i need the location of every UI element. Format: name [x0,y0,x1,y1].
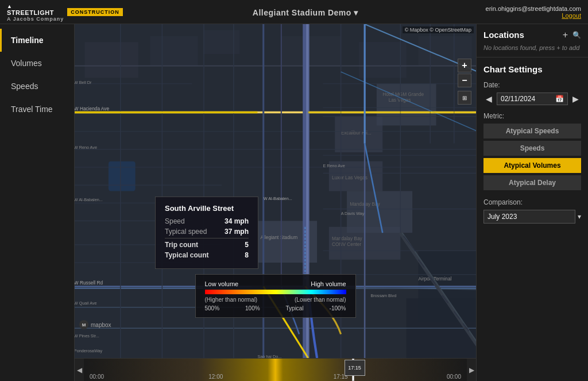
timeline-label-0: 00:00 [90,374,104,380]
tooltip-speed-label: Speed [165,217,185,225]
svg-text:Mandalay Bay: Mandalay Bay [332,236,362,241]
metric-buttons: Atypical Speeds Speeds Atypical Volumes … [483,124,581,190]
svg-text:CONV Center: CONV Center [332,241,361,247]
svg-text:W Russell Rd: W Russell Rd [75,280,103,286]
zoom-in-button[interactable]: + [458,59,471,72]
map-area[interactable]: Hotel MGM Grande Las Vegas Excalibur Hil… [75,24,476,358]
legend-volume-labels: Low volume High volume [205,280,346,287]
legend-low-volume: Low volume [205,280,239,287]
tooltip-row-typical-speed: Typical speed 37 mph [165,228,249,236]
timeline-right-arrow[interactable]: ▶ [467,359,476,381]
sidebar-item-travel-time[interactable]: Travel Time [0,98,74,121]
map-legend: Low volume High volume (Higher than norm… [195,274,356,318]
svg-rect-8 [377,84,436,126]
zoom-out-button[interactable]: − [458,74,471,87]
legend-gradient-bar [205,290,346,294]
logo-icon: ▲ STREETLIGHT A Jacobs Company [7,2,64,22]
construction-badge: CONSTRUCTION [67,8,123,16]
header-title: Allegiant Stadium Demo▾ [123,5,486,18]
user-email: erin.ohiggins@streetlightdata.com [486,5,581,12]
legend-higher-label: (Higher than normal) [205,297,258,303]
comparison-arrow-icon: ▾ [578,213,581,221]
legend-high-volume: High volume [311,280,346,287]
logo-area: ▲ STREETLIGHT A Jacobs Company CONSTRUCT… [7,2,123,22]
svg-text:W Quail Ave: W Quail Ave [75,301,97,306]
svg-rect-3 [150,36,198,66]
legend-pct-typical: Typical [286,305,304,311]
metric-atypical-speeds[interactable]: Atypical Speeds [483,124,581,138]
metric-atypical-delay[interactable]: Atypical Delay [483,175,581,190]
svg-text:Hotel MGM Grande: Hotel MGM Grande [382,91,424,97]
tooltip-typical-count-label: Typical count [165,251,208,259]
header-user: erin.ohiggins@streetlightdata.com Logout [486,5,581,19]
comparison-select[interactable]: July 2023 [483,210,575,224]
tooltip-typical-speed-label: Typical speed [165,228,207,236]
comparison-row: July 2023 ▾ [483,210,581,224]
svg-text:Sao hai Do...: Sao hai Do... [257,354,281,358]
app-title: Allegiant Stadium Demo [253,8,351,17]
svg-text:W Hacienda Ave: W Hacienda Ave [75,106,109,111]
timeline-left-arrow[interactable]: ◀ [75,359,84,381]
main-row: Timeline Volumes Speeds Travel Time [0,24,588,381]
map-container: Hotel MGM Grande Las Vegas Excalibur Hil… [75,24,476,381]
timeline-label-1: 12:00 [208,374,223,380]
zoom-controls: + − ⊞ [458,59,471,105]
chart-settings-title: Chart Settings [483,64,581,74]
locations-title: Locations [483,30,524,40]
svg-text:W Reno Ave: W Reno Ave [75,145,97,150]
sidebar-item-timeline[interactable]: Timeline [0,29,74,52]
right-panel: Locations + 🔍 No locations found, press … [476,24,588,381]
title-arrow[interactable]: ▾ [354,8,358,17]
timeline-track[interactable]: 00:00 12:00 17:15 00:00 17:15 [84,359,467,381]
tooltip-typical-count-value: 8 [245,251,249,259]
add-location-button[interactable]: + [563,30,568,40]
locations-header: Locations + 🔍 [483,30,581,40]
tooltip-trip-count-label: Trip count [165,241,198,249]
date-label: Date: [483,81,581,89]
mapbox-label: mapbox [91,322,111,328]
timeline-cursor-box: 17:15 [345,360,365,376]
calendar-icon: 📅 [555,95,564,103]
metric-speeds[interactable]: Speeds [483,141,581,156]
chart-settings: Chart Settings Date: ◀ 02/11/2024 📅 ▶ Me… [477,57,588,230]
metric-atypical-volumes[interactable]: Atypical Volumes [483,158,581,173]
mapbox-logo: M mapbox [79,320,111,329]
legend-pct-100: 100% [245,305,260,311]
date-input-container[interactable]: 02/11/2024 📅 [497,93,568,105]
sidebar: Timeline Volumes Speeds Travel Time [0,24,75,381]
locations-section: Locations + 🔍 No locations found, press … [477,24,588,57]
search-location-button[interactable]: 🔍 [572,30,581,40]
legend-pct-500: 500% [205,305,220,311]
date-prev-button[interactable]: ◀ [483,93,494,105]
timeline-labels: 00:00 12:00 17:15 00:00 [84,374,467,380]
tooltip-row-typical-count: Typical count 8 [165,251,249,259]
tooltip-title: South Arville Street [165,204,249,213]
svg-rect-6 [359,42,407,78]
map-tooltip: South Arville Street Speed 34 mph Typica… [155,197,258,269]
legend-pct-labels: 500% 100% Typical -100% [205,305,346,311]
svg-text:PonderosaWay: PonderosaWay [75,348,102,353]
svg-text:W Al-Babalen...: W Al-Babalen... [264,196,292,201]
svg-rect-2 [85,42,138,78]
svg-text:Las Vegas: Las Vegas [389,97,411,103]
svg-text:Excalibur Hil...: Excalibur Hil... [341,130,372,136]
logo-sub: A Jacobs Company [7,16,64,22]
tooltip-trip-count-value: 5 [245,241,249,249]
comparison-label: Comparison: [483,198,581,206]
legend-lower-label: (Lower than normal) [295,297,346,303]
timeline-bar: ◀ 00:00 12:00 17:15 00:00 17:15 ▶ [75,358,476,381]
logout-button[interactable]: Logout [486,12,581,19]
svg-rect-4 [204,30,239,54]
svg-rect-22 [109,161,136,191]
svg-text:Allegiant Stadium: Allegiant Stadium [261,234,298,240]
logo-text: STREETLIGHT [7,9,64,16]
zoom-layers-button[interactable]: ⊞ [458,91,471,105]
svg-text:Luxor Las Vegas: Luxor Las Vegas [332,175,368,180]
tooltip-row-speed: Speed 34 mph [165,217,249,225]
svg-text:W Al-Babalen...: W Al-Babalen... [75,197,103,202]
tooltip-row-trip-count: Trip count 5 [165,241,249,249]
legend-pct-neg100: -100% [330,305,346,311]
sidebar-item-speeds[interactable]: Speeds [0,75,74,98]
date-next-button[interactable]: ▶ [570,93,581,105]
sidebar-item-volumes[interactable]: Volumes [0,52,74,75]
